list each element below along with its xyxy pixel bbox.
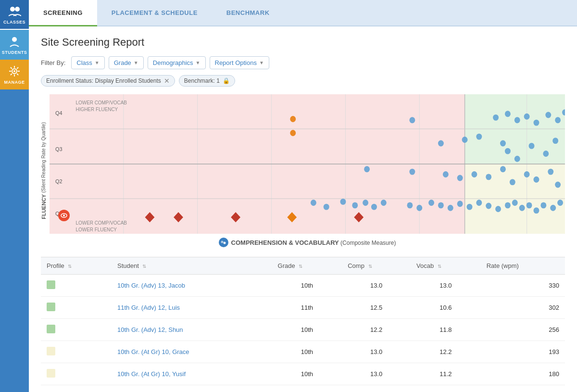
student-link[interactable]: 10th Gr. (Adv) 13, Jacob — [117, 282, 185, 289]
profile-cell — [41, 341, 112, 363]
svg-point-104 — [63, 215, 65, 216]
table-row: 10th Gr. (Adv) 12, Shun 10th 12.2 11.8 2… — [41, 319, 565, 341]
svg-point-76 — [448, 205, 453, 211]
svg-point-80 — [486, 203, 491, 209]
svg-point-98 — [524, 114, 530, 120]
grade-cell: 10th — [272, 275, 342, 297]
sort-icon: ⇅ — [68, 264, 72, 269]
table-row: 11th Gr. (Adv) 12, Luis 11th 12.5 10.6 3… — [41, 297, 565, 319]
svg-line-9 — [11, 67, 12, 69]
svg-point-81 — [495, 206, 501, 212]
tab-screening[interactable]: SCREENING — [29, 0, 97, 26]
svg-point-57 — [471, 171, 477, 177]
svg-point-107 — [223, 242, 226, 244]
lock-icon[interactable]: 🔒 — [223, 77, 230, 84]
eye-toggle-btn[interactable] — [58, 210, 70, 221]
svg-point-46 — [500, 140, 506, 147]
svg-text:Q2: Q2 — [55, 178, 63, 184]
vocab-cell: 10.6 — [411, 297, 481, 319]
svg-text:HIGHER FLUENCY: HIGHER FLUENCY — [76, 107, 118, 112]
student-link[interactable]: 10th Gr. (At Gr) 10, Yusif — [117, 370, 186, 378]
active-filters: Enrollment Status: Display Enrolled Stud… — [41, 75, 565, 87]
vocab-cell: 11.8 — [411, 319, 481, 341]
student-cell: 10th Gr. (At Gr) 10, Yusif — [112, 363, 272, 385]
col-rate[interactable]: Rate (wpm) — [481, 257, 565, 275]
svg-point-69 — [363, 200, 368, 206]
vocab-cell: 12.2 — [411, 341, 481, 363]
student-cell: 10th Gr. (Adv) 12, Shun — [112, 319, 272, 341]
tab-placement[interactable]: PLACEMENT & SCHEDULE — [97, 0, 212, 26]
svg-point-74 — [428, 200, 434, 206]
svg-text:LOWER FLUENCY: LOWER FLUENCY — [76, 227, 117, 232]
svg-text:LOWER COMP/VOCAB: LOWER COMP/VOCAB — [76, 100, 127, 105]
student-link[interactable]: 10th Gr. (Adv) 12, Shun — [117, 326, 183, 333]
svg-point-2 — [12, 37, 17, 42]
student-link[interactable]: 10th Gr. (At Gr) 10, Grace — [117, 348, 189, 355]
svg-point-56 — [457, 175, 463, 181]
profile-cell — [41, 297, 112, 319]
student-cell: 10th Gr. (Adv) 13, Jacob — [112, 275, 272, 297]
chart-inner: Q4 Q3 Q2 Q1 LOWER COMP/VOCAB HIGHER FLUE… — [50, 94, 565, 247]
col-vocab[interactable]: Vocab ⇅ — [411, 257, 481, 275]
table-row: 10th Gr. (At Gr) 10, Yusif 10th 13.0 11.… — [41, 363, 565, 385]
svg-point-84 — [519, 205, 525, 211]
svg-point-52 — [552, 138, 558, 144]
comp-cell: 13.0 — [342, 275, 411, 297]
manage-icon — [8, 64, 21, 78]
grade-cell: 10th — [272, 363, 342, 385]
sidebar-item-classes[interactable]: CLASSES — [0, 0, 29, 30]
svg-point-59 — [500, 166, 506, 172]
col-comp[interactable]: Comp ⇅ — [342, 257, 411, 275]
sidebar-item-students[interactable]: STUDENTS — [0, 30, 29, 60]
svg-point-50 — [543, 151, 549, 157]
tab-benchmark[interactable]: BENCHMARK — [212, 0, 284, 26]
svg-point-55 — [443, 171, 449, 177]
svg-point-82 — [505, 202, 511, 208]
svg-text:Q3: Q3 — [55, 146, 63, 152]
close-icon[interactable]: ✕ — [164, 77, 170, 84]
col-student[interactable]: Student ⇅ — [112, 257, 272, 275]
class-filter-btn[interactable]: Class ▼ — [71, 56, 104, 69]
svg-point-48 — [505, 148, 511, 154]
svg-point-66 — [324, 204, 329, 210]
content-area: Site Screening Report Filter By: Class ▼… — [29, 26, 577, 392]
svg-point-78 — [467, 204, 473, 210]
main-content: SCREENING PLACEMENT & SCHEDULE BENCHMARK… — [29, 0, 577, 392]
col-grade[interactable]: Grade ⇅ — [272, 257, 342, 275]
rate-cell: 180 — [481, 363, 565, 385]
profile-color-swatch — [47, 280, 55, 289]
svg-point-41 — [409, 117, 415, 123]
page-title: Site Screening Report — [41, 36, 565, 49]
svg-point-79 — [476, 200, 482, 206]
table-row: 10th Gr. (Adv) 13, Jacob 10th 13.0 13.0 … — [41, 275, 565, 297]
sort-icon: ⇅ — [438, 264, 441, 269]
svg-point-97 — [514, 117, 520, 123]
student-link[interactable]: 11th Gr. (Adv) 12, Luis — [117, 304, 180, 311]
student-data-table: Profile ⇅ Student ⇅ Grade ⇅ Comp ⇅ — [41, 257, 565, 385]
profile-color-swatch — [47, 325, 55, 333]
svg-point-95 — [493, 114, 499, 121]
profile-color-swatch — [47, 369, 55, 378]
table-row: 10th Gr. (At Gr) 10, Grace 10th 13.0 12.… — [41, 341, 565, 363]
svg-point-65 — [311, 200, 316, 206]
svg-point-63 — [548, 169, 553, 175]
comp-cell: 12.5 — [342, 297, 411, 319]
cv-icon — [219, 238, 228, 247]
svg-point-89 — [557, 200, 563, 206]
report-options-filter-btn[interactable]: Report Options ▼ — [210, 56, 269, 69]
profile-color-swatch — [47, 347, 55, 355]
grade-filter-btn[interactable]: Grade ▼ — [109, 56, 144, 69]
filter-bar: Filter By: Class ▼ Grade ▼ Demographics … — [41, 56, 565, 69]
svg-point-101 — [555, 117, 561, 123]
demographics-filter-btn[interactable]: Demographics ▼ — [148, 56, 206, 69]
col-profile[interactable]: Profile ⇅ — [41, 257, 112, 275]
svg-point-4 — [13, 70, 15, 72]
svg-point-43 — [290, 130, 296, 136]
svg-point-1 — [15, 7, 20, 12]
chevron-down-icon: ▼ — [196, 60, 201, 65]
scatter-chart-wrapper: FLUENCY (Silent Reading Rate by Quartile… — [41, 94, 565, 247]
svg-point-60 — [510, 179, 515, 185]
profile-cell — [41, 319, 112, 341]
sidebar-item-manage[interactable]: MANAGE — [0, 60, 29, 89]
chevron-down-icon: ▼ — [134, 60, 138, 65]
